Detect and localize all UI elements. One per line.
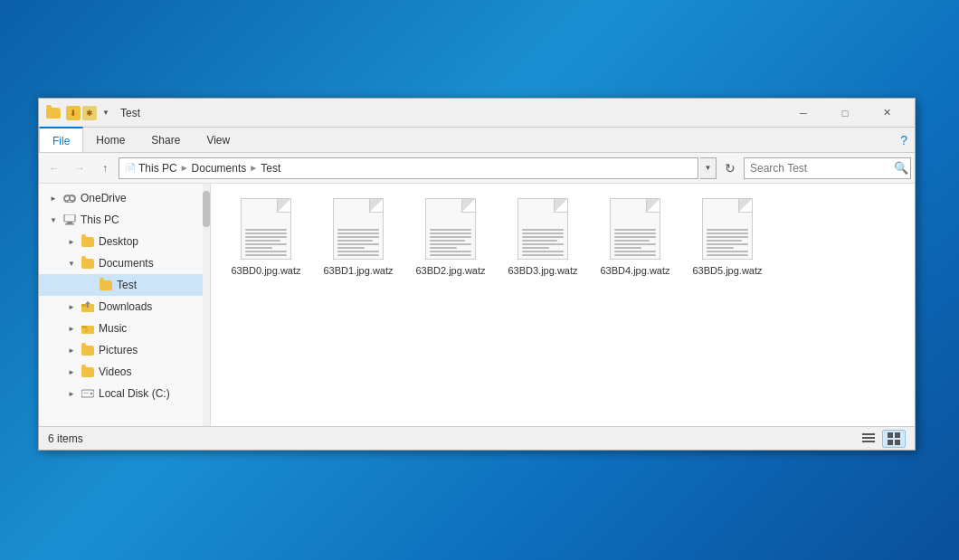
documents-folder-icon bbox=[81, 256, 95, 271]
minimize-button[interactable]: ─ bbox=[783, 99, 824, 128]
file-item-4[interactable]: 63BD4.jpg.watz bbox=[594, 195, 676, 280]
forward-button[interactable]: → bbox=[68, 157, 91, 180]
sidebar-item-downloads-label: Downloads bbox=[99, 300, 152, 313]
menu-bar: File Home Share View ? bbox=[39, 128, 915, 153]
sidebar-item-thispc-label: This PC bbox=[81, 214, 119, 226]
window-icon bbox=[46, 106, 61, 120]
search-box: 🔍 bbox=[744, 157, 911, 179]
sidebar-item-thispc[interactable]: ▼ This PC bbox=[39, 209, 210, 231]
window-controls: ─ □ ✕ bbox=[783, 99, 907, 128]
path-segment-documents: Documents bbox=[192, 162, 247, 175]
path-segment-test: Test bbox=[261, 162, 280, 175]
expander-music: ► bbox=[64, 321, 79, 336]
menu-tab-view[interactable]: View bbox=[194, 128, 243, 152]
sidebar-item-downloads[interactable]: ► Downloads bbox=[39, 296, 210, 318]
sidebar-item-videos[interactable]: ► Videos bbox=[39, 361, 210, 383]
address-bar: ← → ↑ 📄 This PC ► Documents ► Test ▼ ↻ 🔍 bbox=[39, 153, 915, 184]
videos-folder-icon bbox=[81, 365, 95, 379]
file-icon-4 bbox=[610, 198, 660, 260]
search-button[interactable]: 🔍 bbox=[891, 157, 910, 179]
sidebar-item-test[interactable]: Test bbox=[39, 274, 210, 296]
expander-test bbox=[82, 278, 97, 292]
menu-tab-share[interactable]: Share bbox=[138, 128, 194, 152]
expander-pictures: ► bbox=[64, 343, 79, 357]
sidebar-item-desktop[interactable]: ► Desktop bbox=[39, 231, 210, 252]
svg-text:♪: ♪ bbox=[85, 327, 89, 333]
expander-documents: ▼ bbox=[64, 256, 79, 271]
qa-properties-button[interactable]: ⬇ bbox=[66, 106, 81, 120]
help-button[interactable]: ? bbox=[893, 128, 915, 152]
sidebar-item-documents[interactable]: ▼ Documents bbox=[39, 252, 210, 274]
svg-rect-18 bbox=[895, 432, 900, 438]
address-path[interactable]: 📄 This PC ► Documents ► Test bbox=[119, 157, 698, 179]
file-explorer-window: ⬇ ✱ ▼ Test ─ □ ✕ File Home Share View ? … bbox=[38, 98, 916, 451]
address-dropdown-button[interactable]: ▼ bbox=[700, 157, 717, 179]
file-item-2[interactable]: 63BD2.jpg.watz bbox=[410, 195, 491, 280]
close-button[interactable]: ✕ bbox=[866, 99, 907, 128]
music-folder-icon: ♪ bbox=[81, 321, 95, 336]
maximize-button[interactable]: □ bbox=[824, 99, 866, 128]
status-item-count: 6 items bbox=[48, 432, 857, 445]
sidebar-item-onedrive-label: OneDrive bbox=[81, 192, 127, 204]
file-name-4: 63BD4.jpg.watz bbox=[600, 264, 669, 277]
sidebar-scrollbar[interactable] bbox=[203, 184, 210, 426]
file-icon-5 bbox=[702, 198, 753, 260]
file-item-3[interactable]: 63BD3.jpg.watz bbox=[502, 195, 584, 280]
file-icon-1 bbox=[333, 198, 384, 260]
file-name-1: 63BD1.jpg.watz bbox=[323, 264, 393, 277]
sidebar-item-localdisk[interactable]: ► Local Disk (C:) bbox=[39, 383, 210, 404]
path-segment-thispc: 📄 This PC bbox=[125, 162, 177, 175]
back-button[interactable]: ← bbox=[43, 157, 66, 180]
status-bar: 6 items bbox=[39, 426, 915, 450]
svg-rect-14 bbox=[862, 433, 875, 435]
large-icons-view-button[interactable] bbox=[882, 430, 906, 448]
file-name-5: 63BD5.jpg.watz bbox=[692, 264, 762, 277]
onedrive-icon bbox=[62, 191, 77, 205]
desktop-folder-icon bbox=[81, 234, 95, 249]
window-title: Test bbox=[120, 107, 783, 119]
svg-rect-15 bbox=[862, 437, 875, 439]
sidebar-item-music[interactable]: ► ♪ Music bbox=[39, 318, 210, 339]
sidebar-item-pictures-label: Pictures bbox=[99, 344, 138, 356]
sidebar: ► OneDrive ▼ This PC ► Deskto bbox=[39, 184, 211, 426]
expander-desktop: ► bbox=[64, 234, 79, 249]
file-area: 63BD0.jpg.watz 63BD1.jpg.watz bbox=[211, 184, 915, 426]
file-item-1[interactable]: 63BD1.jpg.watz bbox=[318, 195, 399, 280]
svg-rect-3 bbox=[64, 214, 75, 222]
menu-tab-home[interactable]: Home bbox=[83, 128, 138, 152]
file-item-0[interactable]: 63BD0.jpg.watz bbox=[225, 195, 307, 280]
sidebar-scrollbar-thumb bbox=[203, 191, 210, 227]
svg-rect-4 bbox=[67, 222, 72, 223]
svg-rect-13 bbox=[83, 393, 89, 394]
up-button[interactable]: ↑ bbox=[93, 157, 117, 180]
thispc-icon bbox=[62, 213, 77, 227]
path-sep-2: ► bbox=[249, 163, 258, 173]
svg-point-12 bbox=[90, 393, 92, 394]
refresh-button[interactable]: ↻ bbox=[718, 157, 742, 180]
path-sep-1: ► bbox=[180, 163, 189, 173]
file-item-5[interactable]: 63BD5.jpg.watz bbox=[687, 195, 768, 280]
test-folder-icon bbox=[99, 278, 113, 292]
file-icon-3 bbox=[517, 198, 568, 260]
sidebar-item-music-label: Music bbox=[99, 322, 127, 335]
menu-tab-file[interactable]: File bbox=[39, 127, 83, 152]
pictures-folder-icon bbox=[81, 343, 95, 357]
sidebar-item-videos-label: Videos bbox=[99, 365, 131, 378]
search-input[interactable] bbox=[745, 162, 891, 175]
svg-rect-16 bbox=[862, 441, 875, 442]
sidebar-item-pictures[interactable]: ► Pictures bbox=[39, 339, 210, 361]
qa-newfolder-button[interactable]: ✱ bbox=[82, 106, 97, 120]
expander-onedrive: ► bbox=[46, 191, 61, 205]
sidebar-item-localdisk-label: Local Disk (C:) bbox=[99, 387, 170, 400]
qa-dropdown-button[interactable]: ▼ bbox=[99, 106, 113, 120]
sidebar-item-onedrive[interactable]: ► OneDrive bbox=[39, 187, 210, 209]
expander-localdisk: ► bbox=[64, 386, 79, 401]
file-name-3: 63BD3.jpg.watz bbox=[508, 264, 577, 277]
expander-downloads: ► bbox=[64, 299, 79, 314]
file-name-0: 63BD0.jpg.watz bbox=[231, 264, 300, 277]
drive-icon bbox=[81, 386, 95, 401]
expander-thispc: ▼ bbox=[46, 213, 61, 227]
sidebar-item-desktop-label: Desktop bbox=[99, 235, 138, 248]
details-view-button[interactable] bbox=[857, 430, 880, 448]
file-name-2: 63BD2.jpg.watz bbox=[415, 264, 485, 277]
